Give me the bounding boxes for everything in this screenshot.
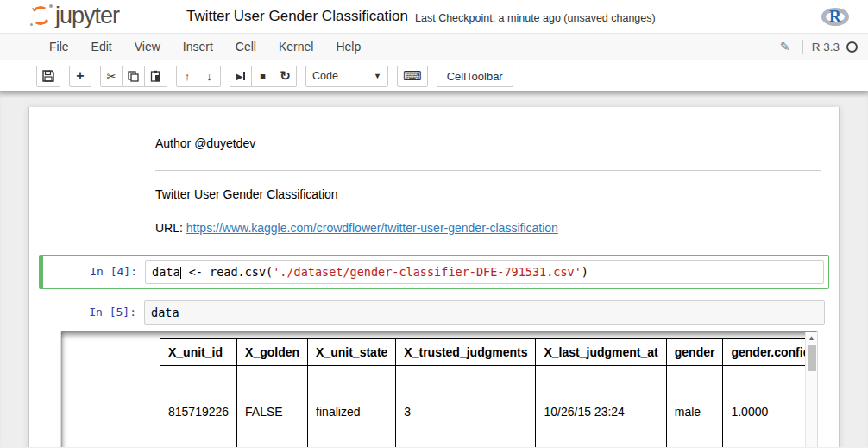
save-button[interactable] (36, 66, 60, 87)
menu-edit[interactable]: Edit (80, 35, 123, 59)
code-cell-5[interactable]: In [5]: data (39, 296, 829, 329)
jupyter-logo[interactable]: jupyter (30, 4, 119, 28)
scroll-up-arrow-icon[interactable]: ▲ (806, 332, 817, 344)
cell-x-unit-id: 815719226 (160, 366, 237, 448)
interrupt-kernel-button[interactable]: ■ (252, 66, 274, 87)
kaggle-dataset-link[interactable]: https://www.kaggle.com/crowdflower/twitt… (186, 221, 558, 235)
url-line: URL: https://www.kaggle.com/crowdflower/… (151, 217, 825, 240)
col-x-trusted-judgments: X_trusted_judgments (396, 339, 536, 366)
run-cell-button[interactable]: ▶ (230, 66, 252, 87)
move-cell-down-button[interactable]: ↓ (198, 66, 221, 87)
cell-type-dropdown[interactable]: Code ▼ (305, 66, 388, 87)
paste-icon (150, 70, 161, 82)
url-prefix: URL: (155, 221, 186, 235)
code-input-4[interactable]: data <- read.csv('./dataset/gender-class… (145, 260, 824, 284)
celltoolbar-button[interactable]: CellToolbar (437, 66, 513, 87)
kernel-idle-icon (846, 41, 858, 53)
code-token: ) (582, 265, 588, 279)
code-token: <- read.csv( (182, 265, 274, 279)
notebook-title[interactable]: Twitter User Gender Classification (186, 8, 408, 25)
step-bar-icon (243, 72, 245, 80)
toolbar: + ✂ ↑ ↓ ▶ ■ ↻ Code ▼ ⌨ CellToolbar (0, 60, 868, 91)
command-palette-button[interactable]: ⌨ (397, 66, 428, 87)
menu-file[interactable]: File (38, 35, 80, 59)
copy-icon (128, 71, 139, 82)
col-x-unit-state: X_unit_state (308, 339, 396, 366)
cell-x-trusted-judgments: 3 (396, 366, 536, 448)
restart-kernel-button[interactable]: ↻ (274, 66, 297, 87)
menu-cell[interactable]: Cell (224, 35, 267, 59)
cell-gender: male (666, 366, 723, 448)
add-cell-button[interactable]: + (69, 66, 91, 87)
code-string-token: './dataset/gender-classifier-DFE-791531.… (273, 265, 582, 279)
cut-cell-button[interactable]: ✂ (100, 66, 123, 87)
notebook-header: jupyter Twitter User Gender Classificati… (0, 0, 868, 34)
cell-x-golden: FALSE (237, 366, 308, 448)
play-icon: ▶ (236, 72, 243, 81)
output-vertical-scrollbar[interactable]: ▲ (805, 332, 817, 447)
table-header-row: X_unit_id X_golden X_unit_state X_truste… (160, 339, 819, 366)
scrollbar-thumb[interactable] (808, 345, 816, 371)
cell-x-last-judgment-at: 10/26/15 23:24 (536, 366, 666, 448)
checkpoint-status: Last Checkpoint: a minute ago (unsaved c… (415, 9, 656, 24)
menu-insert[interactable]: Insert (172, 35, 224, 59)
cell-type-value: Code (312, 70, 338, 82)
code-token: data (152, 265, 180, 279)
r-logo-letter: R (829, 7, 841, 26)
markdown-divider (155, 170, 821, 171)
col-gender: gender (666, 339, 723, 366)
code-token: data (151, 306, 179, 319)
chevron-down-icon: ▼ (374, 72, 381, 80)
col-x-unit-id: X_unit_id (160, 339, 237, 366)
kernel-name-label: R 3.3 (812, 41, 840, 54)
menubar-divider (802, 40, 803, 54)
menu-view[interactable]: View (123, 35, 172, 59)
paste-cell-button[interactable] (145, 66, 167, 87)
dataframe-table: X_unit_id X_golden X_unit_state X_truste… (160, 338, 818, 447)
code-cell-4[interactable]: In [4]: data <- read.csv('./dataset/gend… (39, 255, 829, 289)
copy-cell-button[interactable] (123, 66, 145, 87)
notebook-container: Author @duyetdev Twitter User Gender Cla… (28, 107, 840, 447)
floppy-icon (42, 70, 54, 82)
menu-kernel[interactable]: Kernel (267, 35, 324, 59)
menubar: File Edit View Insert Cell Kernel Help ✎… (0, 34, 868, 60)
output-scroll-area[interactable]: X_unit_id X_golden X_unit_state X_truste… (60, 331, 818, 447)
description-title: Twitter User Gender Classification (151, 183, 825, 206)
code-input-5[interactable]: data (144, 300, 825, 325)
input-prompt-5: In [5]: (43, 300, 144, 325)
col-gender-confidence: gender.confidence (723, 339, 818, 366)
author-text: Author @duyetdev (151, 132, 825, 155)
menu-help[interactable]: Help (324, 35, 372, 59)
cell-gender-confidence: 1.0000 (723, 366, 818, 448)
jupyter-logo-text: jupyter (55, 4, 119, 28)
col-x-last-judgment-at: X_last_judgment_at (536, 339, 666, 366)
r-kernel-logo: R (821, 5, 849, 28)
table-row: 815719226 FALSE finalized 3 10/26/15 23:… (160, 366, 819, 448)
cell-x-unit-state: finalized (308, 366, 396, 448)
notebook-site: Author @duyetdev Twitter User Gender Cla… (0, 91, 868, 447)
move-cell-up-button[interactable]: ↑ (176, 66, 198, 87)
col-x-golden: X_golden (237, 339, 308, 366)
markdown-cell-description[interactable]: Twitter User Gender Classification URL: … (39, 179, 829, 244)
markdown-cell-author[interactable]: Author @duyetdev (39, 128, 829, 179)
jupyter-planet-icon (30, 4, 53, 27)
text-cursor (180, 267, 181, 279)
pencil-icon[interactable]: ✎ (780, 40, 790, 54)
input-prompt-4: In [4]: (44, 260, 145, 284)
